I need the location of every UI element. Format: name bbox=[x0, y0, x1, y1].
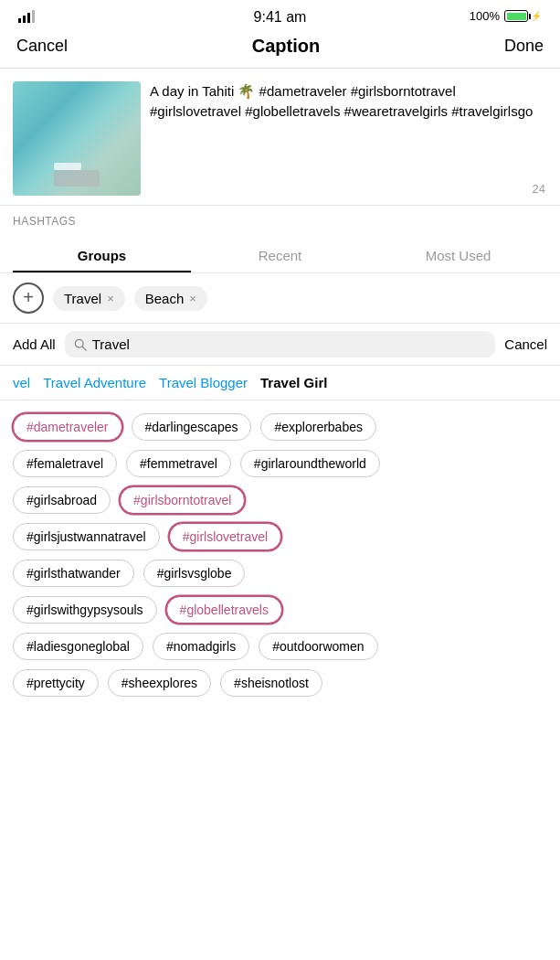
hashtag-sheexplores[interactable]: #sheexplores bbox=[108, 669, 211, 697]
hashtag-nomadgirls[interactable]: #nomadgirls bbox=[153, 633, 249, 660]
battery-indicator: 100% ⚡ bbox=[470, 9, 542, 23]
nav-title: Caption bbox=[252, 36, 320, 57]
svg-rect-3 bbox=[32, 10, 35, 23]
hashtags-section: HASHTAGS bbox=[0, 205, 560, 239]
hashtag-girlslovetravel[interactable]: #girlslovetravel bbox=[169, 523, 281, 550]
plus-icon: + bbox=[23, 288, 34, 306]
svg-rect-2 bbox=[27, 13, 30, 23]
bolt-icon: ⚡ bbox=[531, 11, 542, 21]
filter-tag-beach[interactable]: Beach × bbox=[134, 286, 207, 311]
hashtag-row-6: #girlswithgypsysouls #globelletravels bbox=[13, 596, 547, 624]
svg-rect-1 bbox=[23, 16, 26, 23]
group-tab-travel-girl[interactable]: Travel Girl bbox=[260, 375, 327, 390]
hashtag-girlsthatwander[interactable]: #girlsthatwander bbox=[13, 560, 134, 587]
hashtag-grid: #dametraveler #darlingescapes #explorerb… bbox=[0, 400, 560, 719]
filter-tags-row: + Travel × Beach × bbox=[0, 273, 560, 324]
hashtag-girlsborntotravel[interactable]: #girlsborntotravel bbox=[120, 486, 245, 514]
caption-image bbox=[13, 81, 141, 196]
hashtag-row-8: #prettycity #sheexplores #sheisnotlost bbox=[13, 669, 547, 697]
hashtag-dametraveler[interactable]: #dametraveler bbox=[13, 413, 122, 441]
search-row: Add All Cancel bbox=[0, 324, 560, 366]
hashtag-row-5: #girlsthatwander #girlsvsglobe bbox=[13, 560, 547, 587]
tabs-row: Groups Recent Most Used bbox=[0, 239, 560, 273]
filter-tag-travel[interactable]: Travel × bbox=[53, 286, 125, 311]
hashtag-row-4: #girlsjustwannatravel #girlslovetravel bbox=[13, 523, 547, 550]
hashtag-girlswithgypsysouls[interactable]: #girlswithgypsysouls bbox=[13, 596, 157, 624]
hashtag-explorerbabes[interactable]: #explorerbabes bbox=[260, 413, 376, 441]
hashtag-femmetravel[interactable]: #femmetravel bbox=[126, 450, 231, 477]
hashtag-ladiesgoneglobal[interactable]: #ladiesgoneglobal bbox=[13, 633, 143, 660]
caption-text[interactable]: A day in Tahiti 🌴 #dametraveler #girlsbo… bbox=[141, 81, 547, 196]
nav-bar: Cancel Caption Done bbox=[0, 28, 560, 69]
tab-groups[interactable]: Groups bbox=[13, 239, 191, 272]
char-count: 24 bbox=[533, 182, 545, 196]
hashtag-darlingescapes[interactable]: #darlingescapes bbox=[132, 413, 252, 441]
filter-tag-remove-beach[interactable]: × bbox=[189, 292, 196, 305]
search-cancel-button[interactable]: Cancel bbox=[504, 336, 547, 352]
filter-tag-remove-travel[interactable]: × bbox=[107, 292, 114, 305]
nav-done-button[interactable]: Done bbox=[504, 37, 544, 56]
image-decoration-boat bbox=[54, 163, 81, 170]
hashtag-row-1: #dametraveler #darlingescapes #explorerb… bbox=[13, 413, 547, 441]
hashtag-outdoorwomen[interactable]: #outdoorwomen bbox=[259, 633, 377, 660]
battery-icon: ⚡ bbox=[504, 10, 542, 22]
nav-cancel-button[interactable]: Cancel bbox=[16, 37, 68, 56]
group-tabs-scroll: vel Travel Adventure Travel Blogger Trav… bbox=[0, 366, 560, 400]
hashtag-girlsjustwannatravel[interactable]: #girlsjustwannatravel bbox=[13, 523, 160, 550]
signal-indicator bbox=[18, 10, 35, 23]
tab-most-used[interactable]: Most Used bbox=[369, 239, 547, 272]
status-bar: 9:41 am 100% ⚡ bbox=[0, 0, 560, 28]
caption-area: A day in Tahiti 🌴 #dametraveler #girlsbo… bbox=[0, 69, 560, 205]
search-icon bbox=[74, 338, 87, 351]
svg-rect-0 bbox=[18, 18, 21, 23]
hashtag-sheisnotlost[interactable]: #sheisnotlost bbox=[220, 669, 322, 697]
hashtag-femaletravel[interactable]: #femaletravel bbox=[13, 450, 117, 477]
hashtags-label: HASHTAGS bbox=[13, 215, 547, 228]
filter-tag-label: Travel bbox=[64, 291, 101, 306]
hashtag-row-3: #girlsabroad #girlsborntotravel bbox=[13, 486, 547, 514]
hashtag-row-2: #femaletravel #femmetravel #girlaroundth… bbox=[13, 450, 547, 477]
hashtag-row-7: #ladiesgoneglobal #nomadgirls #outdoorwo… bbox=[13, 633, 547, 660]
tab-recent[interactable]: Recent bbox=[191, 239, 369, 272]
image-decoration-overlay bbox=[54, 170, 100, 187]
search-input[interactable] bbox=[92, 336, 487, 352]
battery-percent: 100% bbox=[470, 9, 500, 23]
group-tab-travel-adventure[interactable]: Travel Adventure bbox=[43, 375, 146, 390]
hashtag-prettycity[interactable]: #prettycity bbox=[13, 669, 99, 697]
filter-tag-label: Beach bbox=[145, 291, 185, 306]
search-input-wrapper bbox=[65, 331, 496, 357]
status-time: 9:41 am bbox=[254, 9, 307, 26]
hashtag-globelletravels[interactable]: #globelletravels bbox=[166, 596, 282, 624]
add-filter-button[interactable]: + bbox=[13, 283, 44, 314]
add-all-button[interactable]: Add All bbox=[13, 336, 56, 352]
svg-line-5 bbox=[82, 347, 86, 350]
group-tab-vel[interactable]: vel bbox=[13, 375, 30, 390]
hashtag-girlsvsglobe[interactable]: #girlsvsglobe bbox=[143, 560, 246, 587]
hashtag-girlsabroad[interactable]: #girlsabroad bbox=[13, 486, 111, 514]
hashtag-girlaroundtheworld[interactable]: #girlaroundtheworld bbox=[240, 450, 380, 477]
group-tab-travel-blogger[interactable]: Travel Blogger bbox=[159, 375, 248, 390]
